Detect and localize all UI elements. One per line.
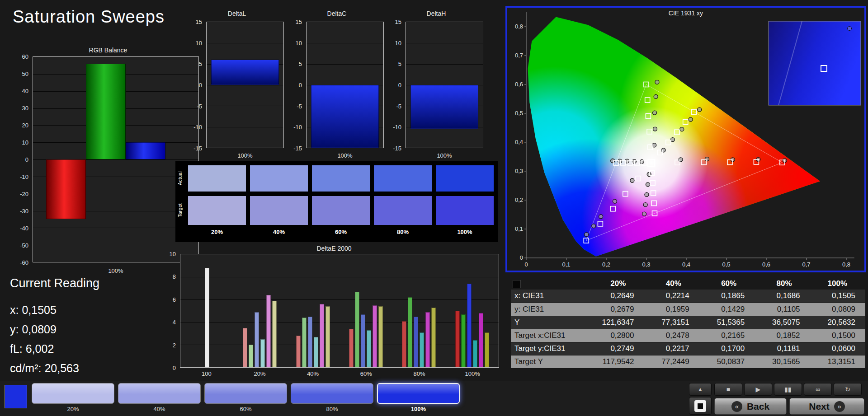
measured-point (585, 233, 589, 237)
y-tick-label: 10 (170, 251, 176, 257)
cie-y-tick-label: 0,7 (515, 52, 523, 59)
y-tick-label: -15 (293, 145, 302, 152)
measured-point (630, 178, 634, 182)
value-cell: 51,5365 (699, 316, 755, 329)
measured-point (613, 199, 617, 203)
value-cell: 0,1686 (755, 290, 810, 303)
y-tick-label: 10 (296, 39, 302, 46)
value-cell: 117,9542 (589, 355, 644, 368)
y-tick-label: 40 (22, 87, 28, 94)
back-arrows-icon: « (731, 401, 742, 412)
refresh-button[interactable]: ↻ (834, 383, 862, 396)
refresh-icon: ↻ (845, 386, 850, 393)
current-reading-panel: Current Reading x: 0,1505 y: 0,0809 fL: … (10, 276, 99, 378)
delta-c-title: DeltaC (288, 10, 386, 17)
play-button[interactable]: ▶ (744, 383, 772, 396)
pause-icon: ▮▮ (784, 386, 791, 393)
bottom-toolbar: 20%40%60%80%100% ▲ ■▶▮▮∞↻ « Back Next » (0, 381, 868, 416)
y-tick-label: -20 (20, 190, 28, 197)
delta-e-group-100 (180, 254, 233, 367)
loop-button[interactable]: ∞ (804, 383, 832, 396)
target-swatch-60% (312, 196, 370, 225)
deltah-bar (410, 85, 478, 129)
saturation-swatch-100%[interactable]: 100% (377, 383, 460, 414)
y-tick-label: 0 (299, 82, 302, 89)
swatch-column-labels: 20%40%60%80%100% (188, 229, 494, 235)
delta-e-bar (408, 297, 412, 367)
value-cell: 0,2800 (589, 329, 644, 342)
delta-e-plot (180, 254, 499, 368)
delta-e-y-axis: 1086420 (162, 254, 178, 368)
row-label: Target Y (511, 355, 589, 368)
swatch-level-label: 20% (188, 229, 246, 235)
delta-e-group-40% (287, 254, 340, 367)
rgb-balance-chart: RGB Balance 6050403020100-10-20-30-40-50… (13, 47, 203, 278)
gridline (207, 85, 283, 85)
table-row: Target Y117,954277,244950,083730,156513,… (511, 355, 865, 368)
value-cell: 0,2679 (589, 303, 644, 316)
delta-e-group-label: 100 (202, 370, 212, 377)
back-button[interactable]: « Back (714, 398, 787, 415)
value-cell: 0,1700 (699, 342, 755, 355)
value-cell: 13,3151 (810, 355, 865, 368)
gridline (207, 43, 283, 43)
saturation-swatch-40%[interactable]: 40% (118, 383, 201, 414)
collapse-toolbar-button[interactable]: ▲ (689, 383, 712, 396)
value-cell: 0,2165 (699, 329, 755, 342)
delta-e-bar (296, 336, 301, 367)
value-cell: 0,2749 (589, 342, 644, 355)
delta-e-group-100% (446, 254, 499, 367)
value-cell: 0,2649 (589, 290, 644, 303)
delta-l-y-axis: 151050-5-10-15 (188, 22, 204, 148)
table-row: Target x:CIE310,28000,24780,21650,18520,… (511, 329, 865, 342)
swatch-label: 60% (204, 406, 287, 412)
value-cell: 0,0600 (810, 342, 865, 355)
value-cell: 0,1865 (699, 290, 755, 303)
loop-icon: ∞ (816, 386, 820, 393)
y-tick-label: -10 (193, 124, 202, 131)
stop-measure-button[interactable] (689, 397, 712, 415)
delta-h-y-axis: 151050-5-10-15 (387, 22, 404, 148)
stop-icon (694, 400, 706, 412)
measured-point (643, 203, 647, 207)
next-button[interactable]: Next » (789, 398, 864, 415)
swatch-color (291, 383, 373, 404)
delta-c-y-axis: 151050-5-10-15 (288, 22, 304, 148)
y-tick-label: -40 (20, 225, 28, 232)
delta-e-bar (420, 332, 424, 368)
reading-fl: fL: 6,002 (10, 339, 99, 359)
delta-e-bar (425, 312, 430, 368)
gridline (307, 64, 383, 65)
value-cell: 0,2217 (644, 342, 699, 355)
gridline (406, 43, 483, 43)
current-patch-swatch (5, 385, 27, 408)
target-swatch-40% (250, 196, 308, 225)
up-arrow-icon: ▲ (698, 386, 703, 393)
stop-button[interactable]: ■ (714, 383, 742, 396)
value-cell: 121,6347 (589, 316, 644, 329)
target-row-label: Target (177, 196, 185, 225)
saturation-swatch-20%[interactable]: 20% (32, 383, 114, 414)
saturation-swatch-60%[interactable]: 60% (204, 383, 287, 414)
y-tick-label: 5 (398, 61, 401, 67)
measured-point (642, 212, 646, 216)
delta-e-bar (361, 314, 365, 368)
delta-e-bar (467, 284, 472, 367)
value-cell: 36,5075 (755, 316, 810, 329)
measured-point (645, 192, 649, 196)
swatch-color (118, 383, 201, 404)
saturation-swatch-80%[interactable]: 80% (291, 383, 373, 414)
value-cell: 0,1429 (699, 303, 755, 316)
swatch-level-label: 40% (250, 229, 308, 235)
cie-y-tick-label: 0,6 (515, 81, 523, 88)
pause-button[interactable]: ▮▮ (774, 383, 802, 396)
y-tick-label: 4 (173, 319, 176, 326)
reading-cdm2: cd/m²: 20,563 (10, 359, 99, 378)
cie-x-tick-label: 0 (524, 261, 528, 268)
reading-y: y: 0,0809 (10, 320, 99, 339)
y-tick-label: -5 (197, 103, 202, 109)
table-header-row: 20%40%60%80%100% (511, 278, 865, 290)
delta-e-bar (373, 305, 377, 368)
next-label: Next (809, 401, 830, 412)
next-arrows-icon: » (834, 401, 845, 412)
